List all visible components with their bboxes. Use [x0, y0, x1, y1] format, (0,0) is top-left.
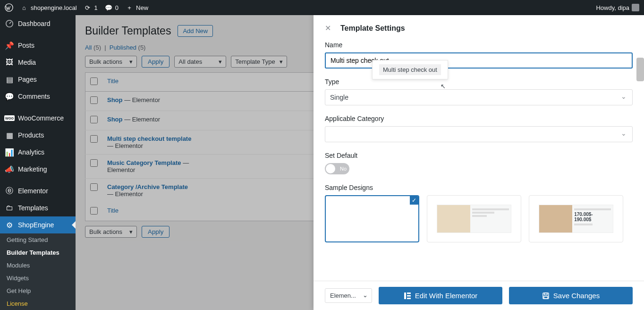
update-icon: ⟳	[84, 3, 92, 12]
analytics-icon: 📊	[5, 147, 14, 157]
menu-marketing[interactable]: 📣Marketing	[0, 161, 76, 178]
svg-rect-8	[544, 296, 548, 299]
category-select[interactable]	[325, 126, 633, 142]
cursor-icon: ↖	[441, 83, 446, 90]
save-icon	[542, 292, 550, 300]
check-icon: ✓	[410, 196, 418, 205]
elementor-icon: ⓔ	[5, 186, 14, 196]
close-icon[interactable]: ✕	[325, 24, 331, 33]
marketing-icon: 📣	[5, 164, 14, 174]
wordpress-icon	[5, 3, 13, 12]
submenu-modules[interactable]: Modules	[0, 259, 76, 272]
default-toggle[interactable]: No	[325, 163, 349, 174]
pages-icon: ▤	[5, 75, 14, 84]
menu-pages[interactable]: ▤Pages	[0, 71, 76, 88]
wp-logo[interactable]	[5, 3, 13, 12]
editor-select[interactable]: Elemen...	[325, 288, 372, 303]
site-name: shopengine.local	[31, 4, 77, 11]
admin-bar: ⌂shopengine.local ⟳1 💬0 +New Howdy, dipa	[0, 0, 644, 15]
autocomplete-dropdown: Multi step check out↖	[372, 60, 448, 79]
new-content-link[interactable]: +New	[125, 3, 148, 12]
template-settings-drawer: ✕ Template Settings Name Multi step chec…	[314, 15, 644, 310]
submenu-widgets[interactable]: Widgets	[0, 272, 76, 284]
design-card-3[interactable]: 170.00$- 190.00$	[529, 195, 623, 242]
submenu-get-help[interactable]: Get Help	[0, 284, 76, 297]
svg-rect-3	[407, 293, 411, 294]
templates-icon: 🗀	[5, 203, 14, 213]
drawer-scrollbar[interactable]	[636, 58, 644, 81]
menu-comments[interactable]: 💬Comments	[0, 88, 76, 105]
admin-sidebar: Dashboard 📌Posts 🖼Media ▤Pages 💬Comments…	[0, 15, 76, 310]
comment-icon: 💬	[104, 3, 113, 12]
menu-posts[interactable]: 📌Posts	[0, 37, 76, 54]
type-label: Type	[325, 78, 633, 86]
default-label: Set Default	[325, 152, 633, 159]
comments-link[interactable]: 💬0	[104, 3, 119, 12]
submenu-license[interactable]: License	[0, 297, 76, 310]
plus-icon: +	[125, 3, 134, 12]
save-changes-button[interactable]: Save Changes	[509, 287, 633, 304]
products-icon: ▦	[5, 130, 14, 140]
designs-label: Sample Designs	[325, 184, 633, 191]
menu-dashboard[interactable]: Dashboard	[0, 15, 76, 32]
user-menu[interactable]: Howdy, dipa	[596, 4, 639, 11]
menu-shopengine[interactable]: ⚙ShopEngine	[0, 216, 76, 233]
pin-icon: 📌	[5, 41, 14, 50]
updates-link[interactable]: ⟳1	[84, 3, 98, 12]
shopengine-icon: ⚙	[5, 220, 14, 230]
edit-with-elementor-button[interactable]: Edit With Elementor	[379, 287, 502, 304]
type-select[interactable]: Single	[325, 89, 633, 105]
comments-icon: 💬	[5, 92, 14, 101]
submenu-getting-started[interactable]: Getting Started	[0, 233, 76, 246]
home-icon: ⌂	[20, 3, 28, 12]
menu-analytics[interactable]: 📊Analytics	[0, 144, 76, 161]
drawer-title: Template Settings	[340, 24, 405, 33]
media-icon: 🖼	[5, 58, 14, 67]
menu-media[interactable]: 🖼Media	[0, 54, 76, 71]
avatar-icon	[632, 4, 639, 11]
name-label: Name	[325, 41, 633, 49]
elementor-edit-icon	[404, 292, 411, 300]
menu-templates[interactable]: 🗀Templates	[0, 199, 76, 216]
site-name-link[interactable]: ⌂shopengine.local	[20, 3, 77, 12]
category-label: Applicable Category	[325, 115, 633, 122]
woo-icon: woo	[5, 113, 14, 123]
svg-rect-2	[404, 293, 406, 299]
toggle-knob	[326, 164, 335, 173]
svg-rect-7	[544, 293, 547, 295]
submenu-builder-templates[interactable]: Builder Templates	[0, 246, 76, 259]
svg-rect-4	[407, 295, 411, 296]
design-card-blank[interactable]: ✓	[325, 195, 419, 242]
menu-woocommerce[interactable]: wooWooCommerce	[0, 110, 76, 127]
dashboard-icon	[5, 19, 14, 28]
autocomplete-item[interactable]: Multi step check out↖	[379, 64, 441, 75]
menu-products[interactable]: ▦Products	[0, 127, 76, 144]
svg-rect-5	[407, 298, 411, 299]
name-input[interactable]	[325, 52, 633, 69]
menu-elementor[interactable]: ⓔElementor	[0, 182, 76, 199]
design-card-2[interactable]	[427, 195, 521, 242]
